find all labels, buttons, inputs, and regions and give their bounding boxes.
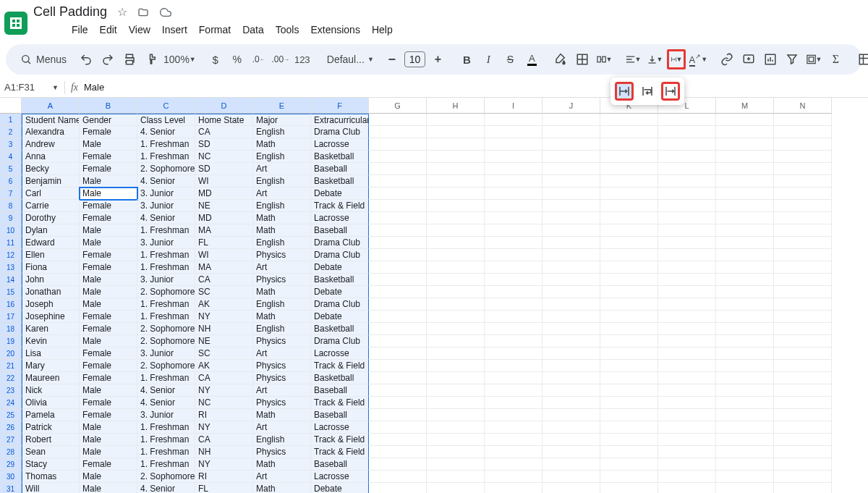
cell[interactable]: MD (195, 212, 253, 224)
cell[interactable]: 3. Junior (137, 237, 195, 249)
cell[interactable] (716, 384, 774, 397)
cell[interactable] (485, 311, 542, 323)
row-header[interactable]: 9 (0, 212, 22, 224)
cell[interactable]: Male (80, 175, 137, 187)
font-size-input[interactable]: 10 (404, 51, 426, 67)
cell[interactable] (369, 434, 427, 446)
cell[interactable]: 1. Freshman (137, 311, 195, 323)
cell[interactable] (427, 249, 485, 261)
cell[interactable] (716, 212, 774, 224)
cell[interactable] (774, 311, 832, 323)
cell[interactable]: RI (195, 409, 253, 421)
cell[interactable]: Edward (22, 237, 80, 249)
cell[interactable] (716, 286, 774, 298)
cell[interactable] (600, 286, 658, 298)
cell[interactable] (600, 126, 658, 138)
cell[interactable] (542, 138, 600, 151)
cell[interactable]: Female (80, 126, 137, 138)
cell[interactable] (485, 212, 542, 224)
cell[interactable] (658, 151, 716, 163)
cell[interactable] (542, 446, 600, 458)
cell[interactable]: English (253, 434, 311, 446)
cell[interactable] (658, 360, 716, 372)
cell[interactable] (369, 224, 427, 237)
functions-button[interactable]: Σ (826, 49, 845, 69)
cell[interactable]: 2. Sophomore (137, 286, 195, 298)
cell[interactable] (774, 421, 832, 434)
cell[interactable]: SD (195, 163, 253, 175)
borders-button[interactable] (573, 49, 592, 69)
cell[interactable]: MD (195, 187, 253, 200)
cell[interactable] (485, 323, 542, 335)
cell[interactable] (716, 187, 774, 200)
cell[interactable] (600, 224, 658, 237)
cell[interactable] (542, 311, 600, 323)
cell[interactable]: Benjamin (22, 175, 80, 187)
cell[interactable] (716, 298, 774, 311)
cell[interactable]: Art (253, 471, 311, 483)
column-header-B[interactable]: B (80, 98, 137, 114)
cell[interactable] (369, 200, 427, 212)
cell[interactable] (600, 434, 658, 446)
menu-edit[interactable]: Edit (95, 21, 122, 38)
cell[interactable] (427, 311, 485, 323)
cell[interactable] (369, 237, 427, 249)
cell[interactable]: Male (80, 421, 137, 434)
cell[interactable]: Female (80, 323, 137, 335)
cell[interactable] (542, 409, 600, 421)
cell[interactable] (658, 261, 716, 274)
cell[interactable] (542, 458, 600, 471)
cell[interactable] (369, 421, 427, 434)
cell[interactable] (658, 409, 716, 421)
cell[interactable] (716, 138, 774, 151)
cell[interactable] (774, 298, 832, 311)
cell[interactable] (369, 138, 427, 151)
cell[interactable] (774, 434, 832, 446)
cell[interactable]: SC (195, 347, 253, 360)
cell[interactable] (427, 360, 485, 372)
cell[interactable] (369, 286, 427, 298)
cell[interactable]: 3. Junior (137, 409, 195, 421)
cell[interactable]: Lacrosse (311, 347, 369, 360)
cell[interactable]: RI (195, 471, 253, 483)
menu-extensions[interactable]: Extensions (305, 21, 365, 38)
cell[interactable]: Baseball (311, 458, 369, 471)
cell[interactable] (600, 323, 658, 335)
cell[interactable]: 1. Freshman (137, 249, 195, 261)
cell[interactable]: Home State (195, 114, 253, 126)
cell[interactable]: Male (80, 298, 137, 311)
cell[interactable] (716, 372, 774, 384)
cell[interactable]: Male (80, 384, 137, 397)
doc-title[interactable]: Cell Padding (33, 4, 107, 20)
row-header[interactable]: 11 (0, 237, 22, 249)
cell[interactable]: Ellen (22, 249, 80, 261)
cell[interactable]: Lacrosse (311, 138, 369, 151)
cell[interactable] (542, 200, 600, 212)
cell[interactable]: Debate (311, 311, 369, 323)
cell[interactable] (542, 323, 600, 335)
cell[interactable] (774, 114, 832, 126)
cell[interactable] (774, 446, 832, 458)
cell[interactable] (600, 237, 658, 249)
cell[interactable]: 2. Sophomore (137, 360, 195, 372)
cell[interactable]: Math (253, 483, 311, 493)
cell[interactable] (600, 298, 658, 311)
cell[interactable]: NY (195, 421, 253, 434)
cell[interactable] (774, 187, 832, 200)
cell[interactable]: Basketball (311, 175, 369, 187)
cell[interactable]: MA (195, 224, 253, 237)
cell[interactable] (716, 458, 774, 471)
cell[interactable] (658, 372, 716, 384)
cell[interactable] (600, 212, 658, 224)
cell[interactable]: AK (195, 360, 253, 372)
filter-views-button[interactable]: ▼ (804, 49, 823, 69)
cell[interactable] (774, 335, 832, 347)
cell[interactable] (369, 163, 427, 175)
cell[interactable] (485, 237, 542, 249)
cell[interactable] (427, 471, 485, 483)
cell[interactable] (542, 471, 600, 483)
column-header-F[interactable]: F (311, 98, 369, 114)
cell[interactable]: Thomas (22, 471, 80, 483)
cell[interactable]: Andrew (22, 138, 80, 151)
cell[interactable] (542, 434, 600, 446)
